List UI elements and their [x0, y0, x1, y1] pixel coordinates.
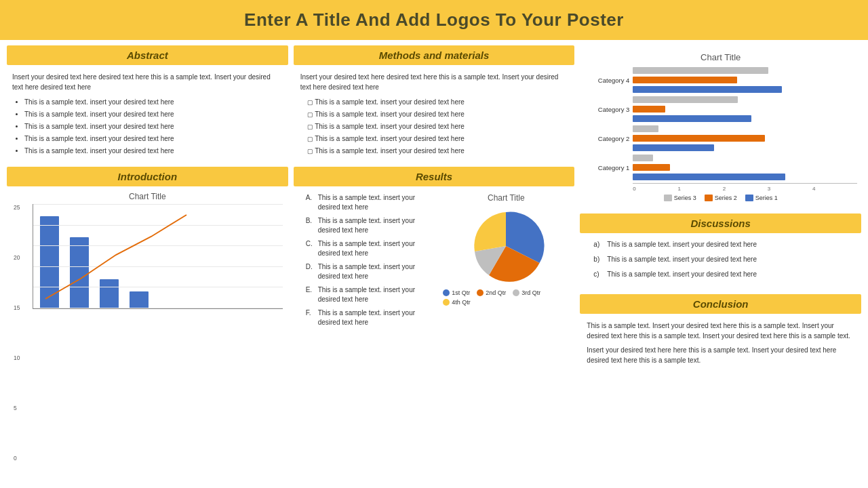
conclusion-text-1: This is a sample text. Insert your desir… — [587, 321, 854, 341]
list-item: B.This is a sample text. insert your des… — [306, 216, 438, 235]
list-item: This is a sample text. insert your desir… — [307, 96, 568, 108]
main-content: Abstract Insert your desired text here d… — [0, 40, 868, 482]
conclusion-section: Conclusion This is a sample text. Insert… — [580, 294, 861, 373]
introduction-section: Introduction Chart Title 0 5 10 15 20 25 — [7, 167, 288, 476]
pie-legend-item-4: 4th Qtr — [443, 299, 471, 306]
column-1: Abstract Insert your desired text here d… — [7, 45, 288, 476]
list-item: a)This is a sample text. insert your des… — [593, 240, 854, 249]
methods-list: This is a sample text. insert your desir… — [300, 96, 568, 157]
results-content: A.This is a sample text. insert your des… — [299, 193, 570, 331]
results-section: Results A.This is a sample text. insert … — [294, 167, 575, 476]
bar-group-cat1: Category 1 — [584, 154, 857, 181]
list-item: This is a sample text. insert your desir… — [24, 133, 283, 145]
pie-chart-title: Chart Title — [488, 193, 525, 203]
list-item: This is a sample text. insert your desir… — [307, 121, 568, 133]
list-item: This is a sample text. insert your desir… — [24, 145, 283, 157]
list-item: A.This is a sample text. insert your des… — [306, 193, 438, 212]
pie-color-3 — [513, 289, 519, 296]
list-item: This is a sample text. insert your desir… — [307, 145, 568, 157]
bar-group-cat4: Category 4 — [584, 66, 857, 94]
conclusion-header: Conclusion — [580, 294, 861, 314]
pie-color-2 — [477, 289, 484, 296]
column-3: Chart Title Category 4 Category 3 — [580, 45, 861, 476]
line-chart-overlay — [33, 204, 283, 308]
results-list: A.This is a sample text. insert your des… — [299, 193, 438, 331]
bar-group-cat2: Category 2 — [584, 125, 857, 152]
list-item: F.This is a sample text. insert your des… — [306, 308, 438, 327]
header-title: Enter A Title And Add Logos To Your Post… — [244, 9, 624, 30]
pie-color-1 — [443, 289, 450, 296]
results-header: Results — [294, 167, 575, 186]
list-item: This is a sample text. insert your desir… — [24, 121, 283, 133]
pie-chart-column: Chart Title — [443, 193, 569, 331]
list-item: This is a sample text. insert your desir… — [24, 96, 283, 108]
legend-series3: Series 3 — [664, 195, 696, 201]
legend-series2: Series 2 — [705, 195, 737, 201]
column-2: Methods and materials Insert your desire… — [294, 45, 575, 476]
discussions-header: Discussions — [580, 214, 861, 233]
conclusion-text-2: Insert your desired text here here this … — [587, 345, 854, 365]
abstract-section: Abstract Insert your desired text here d… — [7, 45, 288, 161]
horizontal-bar-chart: Chart Title Category 4 Category 3 — [584, 48, 857, 205]
pie-color-4 — [443, 299, 450, 306]
abstract-bullets: This is a sample text. insert your desir… — [12, 96, 283, 157]
introduction-header: Introduction — [7, 167, 288, 186]
abstract-header: Abstract — [7, 45, 288, 65]
pie-chart — [465, 205, 547, 287]
list-item: E.This is a sample text. insert your des… — [306, 285, 438, 304]
list-item: This is a sample text. insert your desir… — [24, 108, 283, 121]
list-item: D.This is a sample text. insert your des… — [306, 262, 438, 281]
page-header: Enter A Title And Add Logos To Your Post… — [0, 0, 868, 40]
bar-chart-legend: Series 3 Series 2 Series 1 — [584, 195, 857, 201]
list-item: b)This is a sample text. insert your des… — [593, 255, 854, 264]
methods-text: Insert your desired text here desired te… — [300, 72, 568, 92]
list-item: This is a sample text. insert your desir… — [307, 133, 568, 145]
methods-header: Methods and materials — [294, 45, 575, 65]
list-item: c)This is a sample text. insert your des… — [593, 270, 854, 279]
abstract-text: Insert your desired text here desired te… — [12, 72, 283, 92]
methods-section: Methods and materials Insert your desire… — [294, 45, 575, 161]
bar-chart-section: Chart Title Category 4 Category 3 — [580, 45, 861, 208]
chart-title-h: Chart Title — [584, 52, 857, 62]
discussions-section: Discussions a)This is a sample text. ins… — [580, 214, 861, 289]
discussions-list: a)This is a sample text. insert your des… — [587, 240, 854, 279]
pie-legend: 1st Qtr 2nd Qtr 3rd Qtr — [443, 289, 569, 306]
pie-legend-item-1: 1st Qtr — [443, 289, 470, 296]
list-item: This is a sample text. insert your desir… — [307, 108, 568, 121]
intro-chart-title: Chart Title — [12, 192, 283, 201]
bar-group-cat3: Category 3 — [584, 96, 857, 123]
legend-series1: Series 1 — [745, 195, 778, 201]
pie-legend-item-3: 3rd Qtr — [513, 289, 540, 296]
list-item: C.This is a sample text. insert your des… — [306, 239, 438, 258]
pie-legend-item-2: 2nd Qtr — [477, 289, 506, 296]
